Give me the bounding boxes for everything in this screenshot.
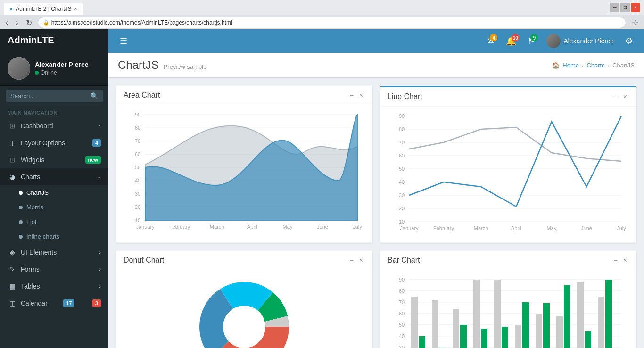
flag-badge: 9 [530,34,538,41]
svg-text:90: 90 [399,277,405,282]
url-bar[interactable]: 🔒 https://almsaeedstudio.com/themes/Admi… [38,17,626,28]
avatar-image [8,57,30,80]
refresh-btn[interactable]: ↻ [24,17,34,28]
ui-icon: ◈ [8,249,17,256]
sidebar-subitem-inline[interactable]: Inline charts [0,229,108,244]
chevron-right-icon: › [99,123,101,129]
messages-btn[interactable]: ⚑ 9 [524,34,539,48]
donut-chart-header: Donut Chart − × [116,251,372,270]
user-menu[interactable]: Alexander Pierce [543,32,618,50]
chevron-down-icon: ⌄ [97,174,101,180]
subitem-label: ChartJS [26,189,49,196]
donut-close-btn[interactable]: × [357,256,365,265]
back-btn[interactable]: ‹ [4,17,10,28]
breadcrumb-home-icon: 🏠 [552,62,560,69]
bar [605,280,612,348]
subitem-label: Inline charts [26,233,59,240]
content-wrapper: ChartJS Preview sample 🏠 Home › Charts ›… [108,53,644,348]
breadcrumb-sep2: › [608,62,610,69]
navbar-avatar [546,34,561,48]
browser-titlebar: ● AdminLTE 2 | ChartJS × ─ □ × [0,0,644,15]
svg-text:March: March [474,225,488,231]
bar-close-btn[interactable]: × [621,256,629,265]
bar-chart-tools: − × [612,256,629,265]
tab-close-btn[interactable]: × [74,6,77,11]
sidebar-item-charts[interactable]: ◕ Charts ⌄ [0,168,108,185]
breadcrumb-home[interactable]: Home [562,62,579,69]
area-close-btn[interactable]: × [357,91,365,100]
line-close-btn[interactable]: × [621,92,629,101]
win-close-btn[interactable]: × [631,3,640,12]
svg-text:February: February [433,225,454,231]
browser-tab[interactable]: ● AdminLTE 2 | ChartJS × [4,3,83,15]
window-controls: ─ □ × [610,3,640,12]
browser-addressbar: ‹ › ↻ 🔒 https://almsaeedstudio.com/theme… [0,15,644,30]
svg-text:80: 80 [399,126,405,132]
bar [564,285,570,348]
sidebar-item-forms[interactable]: ✎ Forms › [0,261,108,278]
sidebar-item-widgets[interactable]: ⊡ Widgets new [0,151,108,168]
line-minimize-btn[interactable]: − [612,92,619,101]
area-chart-tools: − × [348,91,365,100]
notifications-btn[interactable]: 🔔 10 [502,34,520,48]
forward-btn[interactable]: › [14,17,20,28]
sidebar-search-box[interactable]: Search... 🔍 [6,90,103,102]
bar [502,327,508,348]
svg-text:June: June [581,225,592,231]
svg-text:90: 90 [135,112,140,117]
svg-text:50: 50 [399,166,405,172]
search-placeholder-text: Search... [10,92,35,99]
bar [556,316,563,348]
sidebar-toggle-btn[interactable]: ☰ [116,34,131,48]
sidebar-subitem-chartjs[interactable]: ChartJS [0,185,108,200]
line-chart-svg: 90 80 70 60 50 40 30 20 10 [388,111,629,234]
mail-btn[interactable]: ✉ 4 [484,34,498,48]
bar [481,329,487,348]
sidebar-header: AdminLTE [0,29,108,51]
bar [522,302,529,348]
bar [536,314,542,348]
win-minimize-btn[interactable]: ─ [610,3,619,12]
sidebar-status-text: Online [41,69,57,76]
bar [598,297,604,348]
content-header: ChartJS Preview sample 🏠 Home › Charts ›… [108,53,644,78]
sidebar-item-layout[interactable]: ◫ Layout Options 4 [0,134,108,151]
chevron-right-icon: › [99,249,101,255]
svg-text:70: 70 [399,140,405,145]
bar [460,325,467,348]
area-chart-svg: 90 80 70 60 50 40 30 20 10 [124,110,365,232]
page-subtitle: Preview sample [164,63,207,70]
line-chart-title: Line Chart [388,92,422,101]
sidebar-search-container: Search... 🔍 [0,86,108,106]
settings-btn[interactable]: ⚙ [621,34,636,48]
svg-text:90: 90 [399,113,405,119]
area-minimize-btn[interactable]: − [348,91,355,100]
sidebar-item-dashboard[interactable]: ⊞ Dashboard › [0,117,108,134]
sidebar-item-calendar[interactable]: ◫ Calendar 17 3 [0,295,108,312]
sidebar-subitem-flot[interactable]: Flot [0,215,108,229]
area-chart-body: 90 80 70 60 50 40 30 20 10 [116,105,372,241]
bar-minimize-btn[interactable]: − [612,256,619,265]
donut-container [124,275,365,348]
donut-minimize-btn[interactable]: − [348,256,355,265]
svg-text:July: July [353,224,362,230]
breadcrumb-current: ChartJS [612,62,635,69]
svg-text:20: 20 [399,206,405,211]
sidebar-item-tables[interactable]: ▦ Tables › [0,278,108,295]
sidebar-subitem-morris[interactable]: Morris [0,200,108,215]
navbar-right: ✉ 4 🔔 10 ⚑ 9 Alexander Pierce [484,32,636,50]
svg-text:June: June [317,224,328,230]
svg-text:40: 40 [399,179,405,185]
svg-text:March: March [210,224,224,230]
sidebar-item-ui[interactable]: ◈ UI Elements › [0,244,108,261]
win-maximize-btn[interactable]: □ [620,3,630,12]
breadcrumb-parent[interactable]: Charts [586,62,604,69]
bar-chart-svg: 90 80 70 60 50 40 30 20 [388,275,629,348]
calendar-badge: 17 [63,299,74,307]
page-title: ChartJS [118,58,159,72]
chevron-right-icon: › [99,266,101,272]
bookmark-btn[interactable]: ☆ [630,17,640,28]
top-navbar: ☰ ✉ 4 🔔 10 ⚑ 9 [108,29,644,53]
svg-text:February: February [169,224,190,230]
nav-section-label: MAIN NAVIGATION [0,106,108,117]
